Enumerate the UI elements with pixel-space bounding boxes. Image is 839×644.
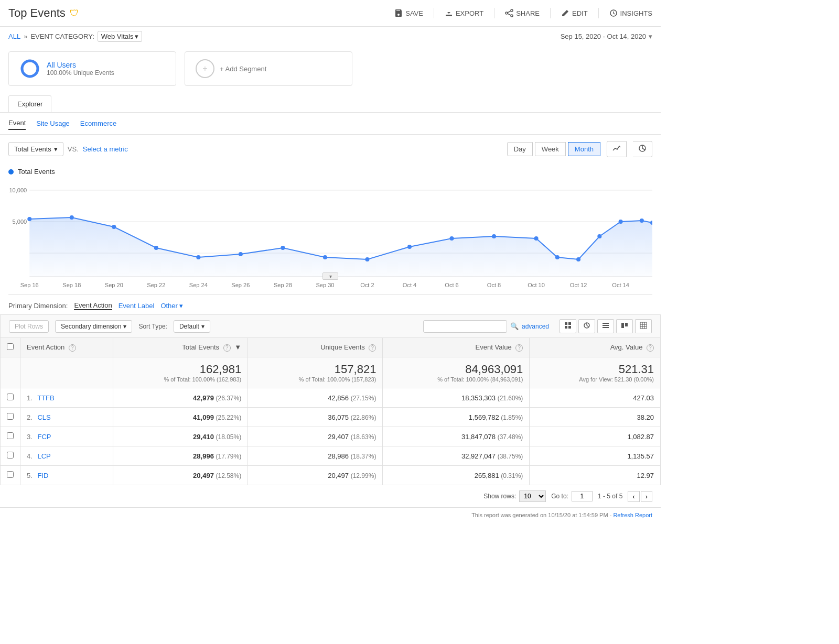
table-view-button[interactable] [560, 319, 576, 333]
col-total-events: Total Events ? ▼ [113, 338, 248, 357]
save-button[interactable]: SAVE [394, 9, 423, 17]
pie-view-button[interactable] [578, 319, 595, 333]
secondary-dimension-dropdown[interactable]: Secondary dimension ▾ [55, 320, 132, 333]
period-month-button[interactable]: Month [568, 142, 600, 156]
totals-checkbox-cell [1, 357, 20, 388]
row-total-pct-4: (12.58%) [216, 472, 241, 479]
table-controls: Plot Rows Secondary dimension ▾ Sort Typ… [0, 314, 661, 337]
col-total-events-help-icon[interactable]: ? [223, 344, 231, 352]
category-dropdown[interactable]: Web Vitals ▾ [98, 31, 143, 42]
svg-rect-38 [621, 323, 624, 328]
compare-view-button[interactable] [616, 319, 633, 333]
chart-area: Total Events 10,000 5,000 [0, 163, 661, 295]
view-buttons [560, 319, 652, 333]
add-icon: + [196, 59, 214, 78]
col-unique-events-help-icon[interactable]: ? [369, 344, 376, 352]
search-input[interactable] [423, 320, 507, 333]
row-action-link-4[interactable]: FID [37, 472, 48, 479]
refresh-report-link[interactable]: Refresh Report [613, 512, 652, 518]
svg-point-1 [505, 12, 508, 14]
sub-tabs: Event Site Usage Ecommerce [0, 113, 661, 135]
sort-dropdown[interactable]: Default ▾ [174, 320, 210, 333]
row-total-events-4: 20,497 [193, 472, 214, 479]
col-avg-value-help-icon[interactable]: ? [647, 344, 654, 352]
edit-button[interactable]: EDIT [561, 9, 588, 17]
line-chart-type-button[interactable] [607, 141, 627, 157]
dim-event-action[interactable]: Event Action [74, 301, 112, 310]
search-icon[interactable]: 🔍 [510, 322, 519, 330]
row-action-link-2[interactable]: FCP [37, 433, 51, 441]
goto-input[interactable] [572, 491, 593, 501]
page-title: Top Events [8, 6, 66, 20]
row-checkbox-0[interactable] [7, 394, 14, 400]
totals-avg-value: 521.31 [536, 363, 654, 376]
row-action-link-0[interactable]: TTFB [37, 394, 55, 402]
select-all-header [1, 338, 20, 357]
row-action-link-1[interactable]: CLS [37, 413, 50, 421]
row-event-value-pct-0: (21.60%) [498, 395, 523, 402]
row-action-cell-2: 3. FCP [20, 427, 113, 446]
insights-button[interactable]: INSIGHTS [609, 9, 652, 17]
col-event-action-help-icon[interactable]: ? [69, 344, 76, 352]
breadcrumb-all[interactable]: ALL [8, 32, 20, 40]
totals-unique-events-pct: % of Total: 100.00% (157,823) [254, 376, 376, 383]
chart-point [239, 252, 243, 256]
tab-event[interactable]: Event [8, 117, 26, 130]
row-checkbox-2[interactable] [7, 432, 14, 439]
row-action-cell-0: 1. TTFB [20, 388, 113, 408]
advanced-search-link[interactable]: advanced [522, 323, 549, 330]
row-unique-events-cell-1: 36,075 (22.86%) [248, 408, 383, 427]
row-total-events-cell-4: 20,497 (12.58%) [113, 466, 248, 485]
dim-event-label[interactable]: Event Label [119, 302, 155, 310]
export-button[interactable]: EXPORT [445, 9, 483, 17]
col-event-action-label: Event Action [27, 343, 64, 351]
page-footer: This report was generated on 10/15/20 at… [0, 507, 661, 522]
date-range-picker[interactable]: Sep 15, 2020 - Oct 14, 2020 ▾ [561, 32, 652, 40]
row-event-value-cell-1: 1,569,782 (1.85%) [383, 408, 530, 427]
period-week-button[interactable]: Week [535, 142, 566, 156]
tab-site-usage[interactable]: Site Usage [36, 117, 70, 129]
row-unique-events-2: 29,407 [328, 433, 349, 441]
divider [550, 8, 551, 18]
row-checkbox-1[interactable] [7, 413, 14, 420]
sort-value: Default [179, 323, 199, 330]
rows-per-page-select[interactable]: 10 25 50 100 500 [519, 490, 546, 502]
chart-point [27, 217, 31, 221]
svg-text:Oct 2: Oct 2 [360, 282, 374, 288]
chart-scroll-indicator[interactable]: ▾ [322, 272, 338, 280]
row-checkbox-3[interactable] [7, 452, 14, 459]
row-action-link-3[interactable]: LCP [37, 452, 50, 460]
row-event-value-cell-0: 18,353,303 (21.60%) [383, 388, 530, 408]
row-checkbox-4[interactable] [7, 471, 14, 478]
explorer-tab[interactable]: Explorer [8, 95, 51, 112]
row-total-pct-3: (17.79%) [216, 453, 241, 460]
prev-page-button[interactable]: ‹ [628, 491, 639, 502]
select-metric-link[interactable]: Select a metric [83, 145, 128, 153]
list-view-button[interactable] [597, 319, 614, 333]
dim-other-dropdown[interactable]: Other ▾ [160, 302, 183, 310]
row-checkbox-cell-0 [1, 388, 20, 408]
row-event-value-cell-4: 265,881 (0.31%) [383, 466, 530, 485]
primary-dim-label: Primary Dimension: [8, 302, 68, 310]
select-all-checkbox[interactable] [7, 343, 14, 350]
table-row: 2. CLS 41,099 (25.22%) 36,075 (22.86%) 1… [1, 408, 661, 427]
pivot-view-button[interactable] [635, 319, 652, 333]
col-event-value-help-icon[interactable]: ? [515, 344, 523, 352]
row-event-value-cell-3: 32,927,047 (38.75%) [383, 446, 530, 466]
share-label: SHARE [516, 9, 540, 17]
row-avg-value-cell-4: 12.97 [530, 466, 661, 485]
share-button[interactable]: SHARE [505, 9, 540, 17]
row-num-1: 2. [27, 413, 33, 421]
period-day-button[interactable]: Day [507, 142, 533, 156]
pie-chart-type-button[interactable] [633, 141, 652, 157]
chart-point [281, 246, 285, 250]
table-row: 3. FCP 29,410 (18.05%) 29,407 (18.63%) 3… [1, 427, 661, 446]
add-segment-button[interactable]: + + Add Segment [185, 51, 352, 86]
search-box: 🔍 advanced [423, 320, 549, 333]
chart-container: 10,000 5,000 [8, 180, 652, 295]
chart-controls-left: Total Events ▾ VS. Select a metric [8, 142, 128, 156]
next-page-button[interactable]: › [641, 491, 652, 502]
metric-dropdown[interactable]: Total Events ▾ [8, 142, 63, 156]
add-segment-label: + Add Segment [220, 65, 266, 73]
tab-ecommerce[interactable]: Ecommerce [80, 117, 116, 129]
